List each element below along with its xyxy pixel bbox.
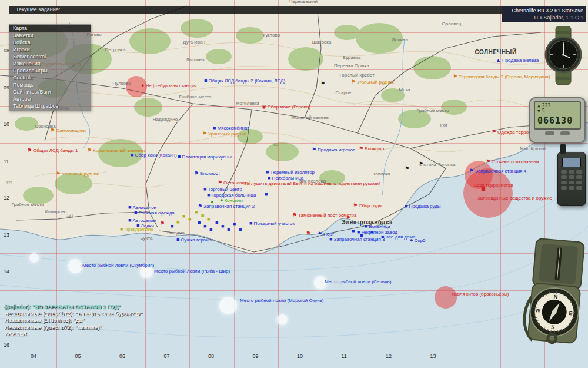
menu-item-4[interactable]: Игроки (9, 46, 91, 53)
menu-item-2[interactable]: Заметки (9, 32, 91, 39)
map-marker[interactable]: ⚑Блокпост (194, 171, 220, 176)
map-marker[interactable]: Запрещенные вещества и оружие (477, 196, 552, 201)
map-marker[interactable]: ■Плантация марихуаны (178, 154, 232, 160)
town-label: 121 (6, 181, 13, 185)
map-marker[interactable]: ■ (352, 228, 355, 234)
menu-item-1[interactable]: Карта (9, 25, 91, 32)
map-marker[interactable]: ⚑Заправочная станция 4 (469, 168, 526, 174)
map-marker[interactable]: ■ (198, 220, 201, 226)
map-marker[interactable]: ■Авиасалон (128, 205, 156, 210)
map-marker[interactable]: ■ (239, 227, 242, 233)
marker-label: Заправочная станция 3 (333, 237, 385, 241)
map-marker[interactable]: ⚑ (320, 81, 325, 87)
grid-label-y: 10 (4, 121, 9, 127)
map-marker[interactable]: ■Мясокомбинат (213, 125, 249, 131)
map-marker[interactable]: ■ (481, 185, 486, 193)
map-marker[interactable]: ■ (182, 214, 185, 219)
menu-item-7[interactable]: Правила игры (9, 67, 91, 74)
map-marker[interactable]: ⚑Угольный рудник (56, 171, 99, 177)
map-marker[interactable]: ■Торговый центр (203, 187, 242, 192)
town-label: плотина Тополка (419, 162, 456, 167)
map-marker[interactable]: ●Нефтебуровая станция (141, 83, 196, 88)
menu-item-6[interactable]: Изменения (9, 60, 91, 67)
map-marker[interactable]: ■Общяк ЛСД банды 2 (Кокаин, ЛСД) (204, 78, 285, 84)
sea-spot (277, 314, 288, 325)
map-marker[interactable]: ● (211, 200, 213, 205)
map-marker[interactable]: ■ (215, 220, 218, 226)
marker-label: Продажа железа (502, 58, 539, 62)
map-marker[interactable]: ⚑Сбор руды (353, 203, 382, 208)
map-marker[interactable]: ■Больница (365, 224, 390, 229)
map-marker[interactable]: ■Автосалон (128, 218, 156, 223)
map-marker[interactable]: ⚑Остановись! (218, 180, 250, 185)
map-marker[interactable]: ■ (195, 210, 198, 215)
map-marker[interactable]: ⚑Урановый рудник (202, 131, 246, 137)
map-marker[interactable]: ■ (360, 233, 363, 238)
menu-item-12[interactable]: Таблица Штрафов (9, 102, 91, 110)
marker-label: Продажа игроков (318, 147, 355, 152)
flag-marker-icon: ⚑ (469, 168, 474, 174)
square-marker-icon: ■ (233, 221, 236, 227)
map-marker[interactable]: ■Пожарный участок (249, 221, 295, 226)
compass-e: E (569, 310, 573, 316)
map-marker[interactable]: ■ (203, 224, 206, 229)
map-marker[interactable]: Место рыбной ловли (Рыба - Шир) (154, 269, 230, 274)
map-marker[interactable]: ⚑ (160, 221, 165, 226)
square-marker-icon: ■ (207, 217, 210, 222)
marker-label: Блокпост (365, 146, 385, 151)
map-marker[interactable]: ■ (227, 227, 230, 233)
player-info: П-к Sajlador, 1-1-С 1 (502, 14, 583, 21)
map-marker[interactable]: ◉Сбор мака (Героин) (262, 104, 310, 110)
map-marker[interactable]: ⚑ (346, 216, 350, 221)
map-marker[interactable]: ⚑ (405, 166, 409, 171)
map-marker[interactable]: ■Тюремный изолятор (266, 170, 315, 175)
town-label: Грибное место (12, 202, 44, 207)
map-marker[interactable]: ⚑Самогонщики (50, 128, 86, 133)
map-marker[interactable]: ■ (221, 224, 224, 229)
map-marker[interactable]: ■Предприятие (120, 227, 153, 232)
map-marker[interactable]: ■ (265, 192, 268, 197)
map-marker[interactable]: ●Конопля (220, 198, 243, 203)
map-marker[interactable]: ⚑ (306, 231, 310, 236)
square-marker-icon: ■ (239, 227, 242, 233)
map-marker[interactable]: ●Cop5 (410, 238, 426, 243)
map-marker[interactable]: ⚑Общак ЛСД банды 1 (27, 148, 78, 153)
map-marker[interactable]: ⚑ (419, 161, 423, 167)
map-marker[interactable]: ■Продажа руды (405, 204, 441, 209)
map-marker[interactable]: ■ (209, 227, 212, 233)
map-marker[interactable]: ■Рабочая одежда (134, 210, 175, 216)
map-marker[interactable]: Место рыбной ловли (Сельдь) (325, 280, 391, 284)
map-marker[interactable]: ■ (370, 230, 373, 235)
map-marker[interactable]: База террористов (474, 183, 513, 188)
map-marker[interactable]: ⚑Блокпост (359, 146, 385, 151)
marker-label: Предприятие (124, 227, 153, 231)
menu-item-11[interactable]: Авторы (9, 95, 91, 102)
map-marker[interactable]: ■Психбольница (268, 175, 303, 181)
map-marker[interactable]: ■Сбор коки (Кокаин) (131, 152, 177, 158)
map-marker[interactable]: ■Городская больница (207, 193, 256, 198)
map-marker[interactable]: Ловля китов (браконьеры) (452, 292, 509, 297)
map-marker[interactable]: ■ (171, 224, 173, 229)
menu-item-5[interactable]: Server control (9, 53, 91, 60)
menu-item-8[interactable]: Controls (9, 74, 91, 81)
map-marker[interactable]: ⚑Стоянка психованных (486, 159, 539, 164)
map-marker[interactable]: Место рыбной ловли (Морской Окунь) (240, 299, 324, 303)
menu-item-10[interactable]: Сайт игры/Баги (9, 88, 91, 95)
map-marker[interactable]: ■Сушка героина (176, 237, 213, 243)
menu-item-9[interactable]: Помощь (9, 81, 91, 88)
map-marker[interactable]: ■Заправочная станция 3 (329, 237, 385, 242)
town-label: Долина (392, 37, 408, 42)
map-marker[interactable]: ■ (176, 220, 179, 225)
map-marker[interactable]: ■ (201, 213, 204, 218)
map-marker[interactable]: ⚑Заправочная станция 2 (198, 204, 255, 209)
map-marker[interactable]: Место рыбной ловли (Скумбрия) (82, 263, 154, 268)
map-marker[interactable]: ■ (207, 217, 210, 222)
map-marker[interactable]: ⚑Продажа игроков (312, 147, 355, 152)
menu-item-3[interactable]: Войска (9, 39, 91, 46)
flag-marker-icon: ⚑ (419, 161, 423, 167)
map-marker[interactable]: ■ (233, 221, 236, 227)
map-marker[interactable]: ⚑Угольный рудник (351, 79, 394, 85)
map-marker[interactable]: Заглушить двигатель! Выйти из машины с п… (244, 181, 380, 186)
map-marker[interactable]: ■ (188, 217, 191, 222)
square-marker-icon: ■ (131, 152, 133, 158)
